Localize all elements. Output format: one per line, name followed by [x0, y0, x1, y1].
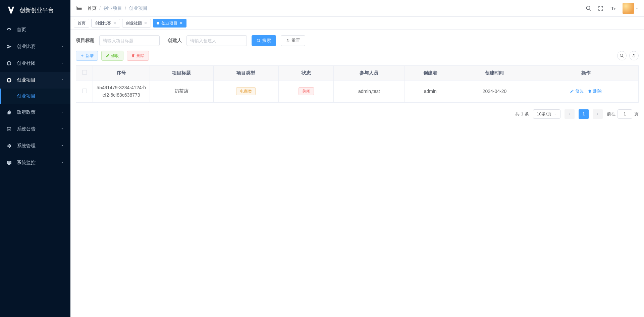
cell-participants: admin,test [333, 81, 405, 103]
pagination-next[interactable] [593, 109, 603, 119]
project-table: 序号 项目标题 项目类型 状态 参与人员 创建者 创建时间 操作 a549147… [76, 65, 639, 103]
pagination: 共 1 条 10条/页 1 前往 页 [76, 109, 639, 119]
tab-close-icon[interactable]: ✕ [144, 21, 147, 25]
trash-icon [131, 54, 135, 58]
sidebar-subitem-label: 创业项目 [17, 93, 36, 99]
sidebar-item-label: 创业项目 [17, 77, 36, 83]
sidebar-item-label: 首页 [17, 27, 26, 33]
edit-icon [570, 89, 574, 93]
checkbox-all[interactable] [82, 70, 87, 75]
sidebar-item-label: 创业社团 [17, 60, 36, 66]
toggle-search-button[interactable] [617, 51, 627, 60]
brand-logo-icon [6, 5, 16, 15]
sidebar-item-club[interactable]: 创业社团 [0, 55, 70, 72]
sidebar-toggle[interactable] [76, 5, 83, 12]
sidebar-item-label: 政府政策 [17, 109, 36, 115]
breadcrumb-item[interactable]: 创业项目 [103, 5, 122, 11]
tab-close-icon[interactable]: ✕ [113, 21, 116, 25]
sidebar-item-label: 系统公告 [17, 126, 36, 132]
action-row: 新增 修改 删除 [76, 51, 639, 61]
search-icon [620, 53, 624, 58]
tab-label: 创业项目 [161, 20, 177, 26]
col-title: 项目标题 [150, 66, 214, 81]
sidebar-item-competition[interactable]: 创业比赛 [0, 38, 70, 55]
button-label: 修改 [111, 53, 119, 59]
topbar-search[interactable] [586, 5, 592, 11]
delete-button[interactable]: 删除 [127, 51, 149, 61]
col-actions: 操作 [533, 66, 639, 81]
sidebar-item-admin[interactable]: 系统管理 [0, 138, 70, 154]
search-button[interactable]: 搜索 [252, 35, 276, 46]
breadcrumb-item[interactable]: 首页 [87, 5, 97, 11]
table-row: a5491479-3234-4124-bef2-6cf83c638773 奶茶店… [76, 81, 639, 103]
avatar-icon [623, 3, 634, 14]
sidebar-item-notice[interactable]: 系统公告 [0, 121, 70, 138]
breadcrumb: 首页 / 创业项目 / 创业项目 [87, 5, 148, 11]
col-seq: 序号 [93, 66, 150, 81]
edit-icon [106, 54, 110, 58]
chevron-down-icon [553, 112, 557, 116]
pagination-jump: 前往 页 [607, 109, 639, 119]
refresh-icon [286, 39, 290, 43]
main: 首页 / 创业项目 / 创业项目 首页 [70, 0, 644, 317]
breadcrumb-sep: / [125, 6, 126, 11]
reset-button[interactable]: 重置 [281, 35, 305, 46]
dashboard-icon [6, 27, 12, 33]
sidebar-item-policy[interactable]: 政府政策 [0, 104, 70, 121]
thumb-up-icon [6, 109, 12, 115]
sidebar-item-label: 创业比赛 [17, 44, 36, 50]
breadcrumb-sep: / [99, 6, 101, 11]
user-avatar-menu[interactable] [623, 3, 639, 14]
sidebar-menu: 首页 创业比赛 创业社团 创业项目 创业项目 [0, 20, 70, 171]
button-label: 重置 [291, 38, 300, 44]
tab-label: 首页 [77, 20, 86, 26]
button-label: 搜索 [262, 38, 271, 44]
pagination-page-1[interactable]: 1 [579, 109, 589, 119]
tab-competition[interactable]: 创业比赛 ✕ [91, 19, 120, 28]
github-icon [6, 60, 12, 66]
pagination-jump-input[interactable] [618, 109, 632, 119]
page-content: 项目标题 创建人 搜索 重置 新增 [70, 30, 644, 124]
row-delete-link[interactable]: 删除 [588, 88, 602, 94]
filter-creator-input[interactable] [186, 35, 247, 46]
sidebar-subitem-project[interactable]: 创业项目 [0, 89, 70, 104]
pagination-prev[interactable] [565, 109, 575, 119]
tab-project[interactable]: 创业项目 ✕ [153, 19, 186, 28]
plus-icon [80, 54, 84, 58]
tab-close-icon[interactable]: ✕ [179, 21, 183, 25]
pagination-pagesize[interactable]: 10条/页 [533, 109, 560, 119]
col-participants: 参与人员 [333, 66, 405, 81]
chevron-down-icon [60, 160, 64, 165]
breadcrumb-item: 创业项目 [129, 5, 148, 11]
sidebar-item-monitor[interactable]: 系统监控 [0, 154, 70, 171]
chevron-down-icon [60, 44, 64, 49]
checkbox-icon [6, 126, 12, 132]
chevron-down-icon [60, 110, 64, 115]
refresh-button[interactable] [629, 51, 639, 60]
caret-down-icon [635, 7, 639, 10]
tab-club[interactable]: 创业社团 ✕ [122, 19, 151, 28]
row-edit-link[interactable]: 修改 [570, 88, 584, 94]
search-icon [257, 39, 261, 43]
sidebar-item-home[interactable]: 首页 [0, 21, 70, 38]
refresh-icon [632, 53, 636, 58]
tab-home[interactable]: 首页 [74, 19, 89, 28]
row-checkbox[interactable] [82, 89, 87, 93]
edit-button[interactable]: 修改 [101, 51, 123, 61]
sidebar-item-project[interactable]: 创业项目 [0, 72, 70, 89]
chevron-right-icon [596, 112, 600, 116]
topbar: 首页 / 创业项目 / 创业项目 [70, 0, 644, 17]
add-button[interactable]: 新增 [76, 51, 98, 61]
cell-type-tag: 电商类 [236, 87, 256, 95]
col-checkbox [76, 66, 93, 81]
col-type: 项目类型 [213, 66, 279, 81]
filter-title-input[interactable] [99, 35, 160, 46]
topbar-fontsize[interactable] [610, 5, 616, 12]
brand-title: 创新创业平台 [19, 6, 54, 14]
topbar-fullscreen[interactable] [598, 5, 604, 11]
filter-creator-label: 创建人 [168, 38, 182, 44]
col-created: 创建时间 [456, 66, 533, 81]
tab-label: 创业社团 [126, 20, 142, 26]
chevron-up-icon [60, 77, 64, 83]
sidebar-item-label: 系统管理 [17, 143, 36, 149]
